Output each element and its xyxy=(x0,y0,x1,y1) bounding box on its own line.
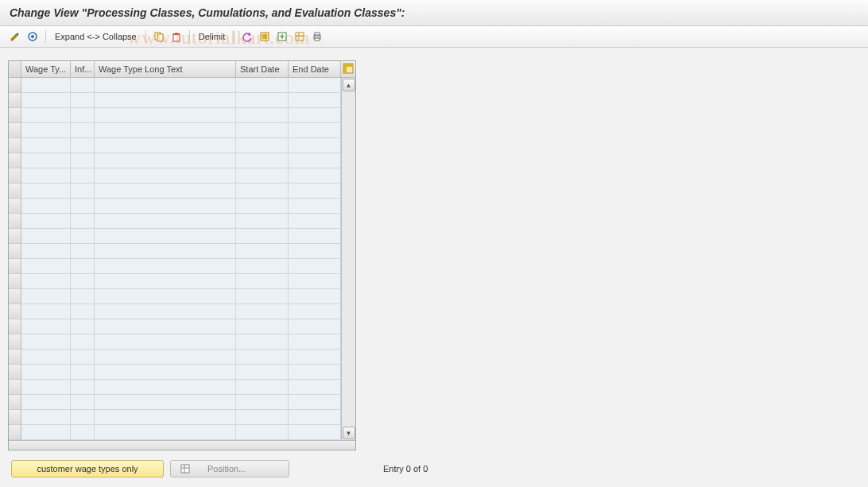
cell-start-date[interactable] xyxy=(236,259,289,274)
cell-inf[interactable] xyxy=(71,168,95,184)
row-selector[interactable] xyxy=(9,334,21,350)
cell-start-date[interactable] xyxy=(236,229,289,244)
row-selector[interactable] xyxy=(9,365,21,380)
cell-inf[interactable] xyxy=(71,78,95,93)
cell-wage-type[interactable] xyxy=(21,214,71,229)
table-row[interactable] xyxy=(9,425,341,440)
table-row[interactable] xyxy=(9,334,341,350)
cell-long-text[interactable] xyxy=(95,214,236,229)
configure-columns-icon[interactable] xyxy=(341,61,355,77)
print-icon[interactable] xyxy=(310,29,324,44)
delimit-button[interactable]: Delimit xyxy=(196,32,229,41)
cell-inf[interactable] xyxy=(71,334,95,350)
cell-inf[interactable] xyxy=(71,410,95,425)
delete-icon[interactable] xyxy=(169,29,184,44)
cell-wage-type[interactable] xyxy=(21,410,71,425)
cell-end-date[interactable] xyxy=(289,93,341,108)
row-selector[interactable] xyxy=(9,138,21,153)
cell-end-date[interactable] xyxy=(289,350,341,365)
cell-long-text[interactable] xyxy=(95,395,236,410)
cell-end-date[interactable] xyxy=(289,244,341,259)
cell-long-text[interactable] xyxy=(95,380,236,395)
cell-inf[interactable] xyxy=(71,93,95,108)
cell-end-date[interactable] xyxy=(289,334,341,350)
cell-start-date[interactable] xyxy=(236,334,289,350)
cell-start-date[interactable] xyxy=(236,304,289,319)
table-row[interactable] xyxy=(9,108,341,123)
cell-wage-type[interactable] xyxy=(21,289,71,304)
cell-start-date[interactable] xyxy=(236,395,289,410)
cell-inf[interactable] xyxy=(71,244,95,259)
table-row[interactable] xyxy=(9,138,341,153)
cell-end-date[interactable] xyxy=(289,259,341,274)
row-selector-header[interactable] xyxy=(9,61,21,77)
cell-end-date[interactable] xyxy=(289,304,341,319)
cell-start-date[interactable] xyxy=(236,78,289,93)
cell-inf[interactable] xyxy=(71,123,95,138)
table-row[interactable] xyxy=(9,153,341,168)
cell-wage-type[interactable] xyxy=(21,244,71,259)
cell-long-text[interactable] xyxy=(95,138,236,153)
table-row[interactable] xyxy=(9,350,341,365)
table-row[interactable] xyxy=(9,93,341,108)
cell-start-date[interactable] xyxy=(236,108,289,123)
row-selector[interactable] xyxy=(9,214,21,229)
table-row[interactable] xyxy=(9,259,341,274)
expand-collapse-button[interactable]: Expand <-> Collapse xyxy=(52,32,140,41)
table-row[interactable] xyxy=(9,123,341,138)
cell-long-text[interactable] xyxy=(95,244,236,259)
cell-wage-type[interactable] xyxy=(21,395,71,410)
cell-end-date[interactable] xyxy=(289,184,341,199)
cell-end-date[interactable] xyxy=(289,229,341,244)
change-icon[interactable] xyxy=(8,29,22,44)
cell-wage-type[interactable] xyxy=(21,168,71,184)
table-row[interactable] xyxy=(9,229,341,244)
row-selector[interactable] xyxy=(9,289,21,304)
cell-long-text[interactable] xyxy=(95,365,236,380)
cell-wage-type[interactable] xyxy=(21,138,71,153)
cell-inf[interactable] xyxy=(71,259,95,274)
cell-wage-type[interactable] xyxy=(21,274,71,289)
cell-end-date[interactable] xyxy=(289,425,341,440)
cell-end-date[interactable] xyxy=(289,123,341,138)
cell-end-date[interactable] xyxy=(289,108,341,123)
table-row[interactable] xyxy=(9,304,341,319)
cell-start-date[interactable] xyxy=(236,93,289,108)
row-selector[interactable] xyxy=(9,153,21,168)
col-end-date[interactable]: End Date xyxy=(289,61,341,77)
row-selector[interactable] xyxy=(9,425,21,440)
cell-end-date[interactable] xyxy=(289,289,341,304)
cell-start-date[interactable] xyxy=(236,123,289,138)
cell-start-date[interactable] xyxy=(236,380,289,395)
cell-wage-type[interactable] xyxy=(21,304,71,319)
row-selector[interactable] xyxy=(9,319,21,334)
cell-end-date[interactable] xyxy=(289,153,341,168)
table-row[interactable] xyxy=(9,410,341,425)
row-selector[interactable] xyxy=(9,168,21,184)
cell-inf[interactable] xyxy=(71,425,95,440)
row-selector[interactable] xyxy=(9,395,21,410)
table-row[interactable] xyxy=(9,289,341,304)
table-row[interactable] xyxy=(9,184,341,199)
cell-wage-type[interactable] xyxy=(21,319,71,334)
cell-wage-type[interactable] xyxy=(21,123,71,138)
position-button[interactable]: Position... xyxy=(170,460,289,477)
deselect-all-icon[interactable] xyxy=(275,29,289,44)
cell-long-text[interactable] xyxy=(95,153,236,168)
customer-wage-types-button[interactable]: customer wage types only xyxy=(11,460,164,477)
cell-wage-type[interactable] xyxy=(21,199,71,214)
cell-long-text[interactable] xyxy=(95,184,236,199)
cell-long-text[interactable] xyxy=(95,199,236,214)
row-selector[interactable] xyxy=(9,199,21,214)
table-row[interactable] xyxy=(9,244,341,259)
cell-inf[interactable] xyxy=(71,289,95,304)
cell-wage-type[interactable] xyxy=(21,229,71,244)
row-selector[interactable] xyxy=(9,93,21,108)
row-selector[interactable] xyxy=(9,229,21,244)
cell-start-date[interactable] xyxy=(236,365,289,380)
cell-inf[interactable] xyxy=(71,229,95,244)
cell-inf[interactable] xyxy=(71,138,95,153)
table-row[interactable] xyxy=(9,380,341,395)
row-selector[interactable] xyxy=(9,184,21,199)
cell-end-date[interactable] xyxy=(289,78,341,93)
